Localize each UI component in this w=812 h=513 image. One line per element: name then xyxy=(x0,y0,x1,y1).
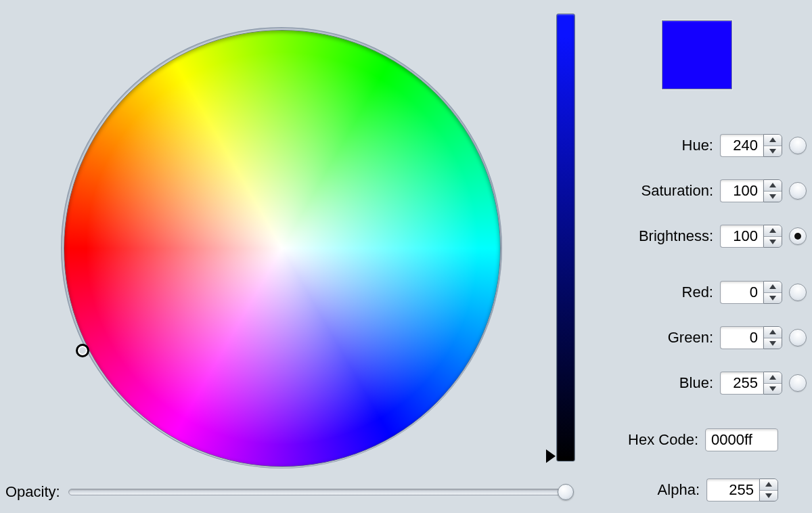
saturation-spinner xyxy=(763,179,782,202)
alpha-row: Alpha: xyxy=(612,476,778,504)
brightness-field xyxy=(720,225,782,248)
hex-label: Hex Code: xyxy=(610,431,698,449)
red-input[interactable] xyxy=(720,281,763,304)
blue-input[interactable] xyxy=(720,372,763,395)
saturation-spin-down[interactable] xyxy=(764,191,782,202)
triangle-up-icon xyxy=(769,330,776,334)
current-color-swatch xyxy=(662,20,732,89)
brightness-spinner xyxy=(763,225,782,248)
brightness-arrow-indicator[interactable] xyxy=(546,449,556,463)
green-radio[interactable] xyxy=(789,329,807,347)
saturation-label: Saturation: xyxy=(625,182,713,200)
hue-row: Hue: xyxy=(625,132,807,159)
blue-spin-down[interactable] xyxy=(764,383,782,395)
triangle-down-icon xyxy=(769,194,776,199)
hue-spin-up[interactable] xyxy=(764,135,782,146)
opacity-slider-thumb[interactable] xyxy=(558,484,574,500)
triangle-down-icon xyxy=(769,386,776,391)
color-picker-panel: Hue: Saturation: Brightness: xyxy=(0,0,812,513)
red-spin-up[interactable] xyxy=(764,282,782,292)
triangle-down-icon xyxy=(765,493,772,498)
red-row: Red: xyxy=(625,279,807,306)
blue-row: Blue: xyxy=(625,370,807,397)
triangle-up-icon xyxy=(769,137,776,142)
blue-label: Blue: xyxy=(625,374,713,392)
opacity-label: Opacity: xyxy=(5,483,60,501)
red-label: Red: xyxy=(625,284,713,301)
brightness-radio[interactable] xyxy=(789,227,807,245)
color-wheel[interactable] xyxy=(64,30,501,467)
alpha-spin-up[interactable] xyxy=(760,479,777,490)
saturation-radio[interactable] xyxy=(789,182,807,200)
blue-spinner xyxy=(763,372,782,395)
alpha-label: Alpha: xyxy=(612,481,700,499)
brightness-spin-down[interactable] xyxy=(764,236,782,248)
triangle-down-icon xyxy=(769,240,776,244)
green-input[interactable] xyxy=(720,326,763,349)
green-label: Green: xyxy=(625,329,713,347)
triangle-up-icon xyxy=(769,375,776,380)
brightness-row: Brightness: xyxy=(625,223,807,250)
triangle-up-icon xyxy=(769,228,776,233)
hex-row: Hex Code: xyxy=(610,426,778,453)
opacity-slider-track[interactable] xyxy=(68,489,566,495)
triangle-down-icon xyxy=(769,341,776,346)
brightness-strip[interactable] xyxy=(556,14,575,462)
hue-radio[interactable] xyxy=(789,137,807,154)
hue-spinner xyxy=(763,134,782,157)
blue-field xyxy=(720,372,782,395)
saturation-spin-up[interactable] xyxy=(764,180,782,191)
opacity-row: Opacity: xyxy=(5,483,566,501)
green-spin-up[interactable] xyxy=(764,327,782,338)
color-wheel-frame xyxy=(61,27,502,468)
saturation-row: Saturation: xyxy=(625,177,807,204)
triangle-down-icon xyxy=(769,296,776,300)
brightness-label: Brightness: xyxy=(625,227,713,245)
hue-label: Hue: xyxy=(625,137,713,154)
triangle-up-icon xyxy=(769,284,776,289)
hex-input[interactable] xyxy=(705,428,778,451)
green-field xyxy=(720,326,782,349)
green-row: Green: xyxy=(625,324,807,351)
hue-spin-down[interactable] xyxy=(764,146,782,157)
triangle-up-icon xyxy=(769,183,776,187)
blue-radio[interactable] xyxy=(789,374,807,392)
red-field xyxy=(720,281,782,304)
green-spin-down[interactable] xyxy=(764,338,782,349)
hue-field xyxy=(720,134,782,157)
alpha-spin-down[interactable] xyxy=(760,490,777,501)
saturation-input[interactable] xyxy=(720,179,763,202)
green-spinner xyxy=(763,326,782,349)
alpha-field xyxy=(706,478,778,501)
red-radio[interactable] xyxy=(789,284,807,301)
alpha-input[interactable] xyxy=(706,478,759,501)
alpha-spinner xyxy=(759,478,778,501)
hue-input[interactable] xyxy=(720,134,763,157)
triangle-down-icon xyxy=(769,149,776,154)
blue-spin-up[interactable] xyxy=(764,372,782,383)
brightness-input[interactable] xyxy=(720,225,763,248)
red-spinner xyxy=(763,281,782,304)
triangle-up-icon xyxy=(765,482,772,487)
red-spin-down[interactable] xyxy=(764,292,782,304)
saturation-field xyxy=(720,179,782,202)
brightness-spin-up[interactable] xyxy=(764,225,782,236)
